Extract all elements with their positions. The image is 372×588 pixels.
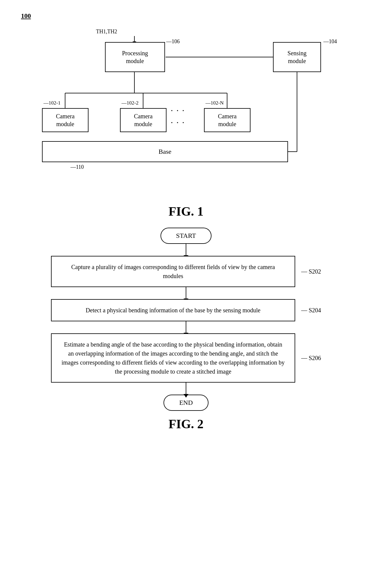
th-label: TH1,TH2 — [96, 29, 117, 35]
fig1-diagram: 100 TH1,TH2 —106 — [18, 12, 354, 198]
label-106: —106 — [166, 38, 180, 45]
step-s206-label: — S206 — [301, 355, 321, 362]
fig1-connectors — [18, 12, 354, 198]
step-s204-text: Detect a physical bending information of… — [86, 307, 261, 314]
step-s202-row: Capture a plurality of images correspond… — [51, 256, 321, 287]
label-104: —104 — [323, 38, 337, 45]
flowchart: START Capture a plurality of images corr… — [18, 228, 354, 411]
step-s206-box: Estimate a bending angle of the base acc… — [51, 333, 295, 383]
label-102-2: —102-2 — [122, 100, 139, 106]
camera-module-1-text: Cameramodule — [56, 112, 74, 128]
camera-ellipsis: . . . — [171, 117, 185, 125]
label-110: —110 — [70, 164, 84, 170]
label-102-1: —102-1 — [44, 100, 61, 106]
step-s202-box: Capture a plurality of images correspond… — [51, 256, 295, 287]
sensing-module-text: Sensingmodule — [287, 49, 306, 65]
camera-label-ellipsis: . . . — [171, 105, 185, 113]
step-s206-text: Estimate a bending angle of the base acc… — [62, 341, 285, 375]
fig2-label: FIG. 2 — [18, 417, 354, 431]
label-102-n: —102-N — [206, 100, 224, 106]
step-s202-text: Capture a plurality of images correspond… — [71, 264, 275, 279]
camera-module-2-box: Cameramodule — [120, 108, 166, 132]
step-s204-box: Detect a physical bending information of… — [51, 299, 295, 321]
arrow-2 — [186, 287, 186, 299]
camera-module-1-box: Cameramodule — [42, 108, 88, 132]
camera-module-2-text: Cameramodule — [134, 112, 152, 128]
camera-module-n-box: Cameramodule — [204, 108, 250, 132]
arrow-1 — [186, 244, 186, 256]
fig2-diagram: START Capture a plurality of images corr… — [18, 228, 354, 431]
arrow-3 — [186, 321, 186, 333]
step-s204-label: — S204 — [301, 307, 321, 314]
camera-module-n-text: Cameramodule — [218, 112, 236, 128]
page: 100 TH1,TH2 —106 — [0, 0, 372, 588]
start-oval: START — [160, 228, 212, 244]
sensing-module-box: Sensingmodule — [273, 42, 321, 72]
step-s206-row: Estimate a bending angle of the base acc… — [51, 333, 321, 383]
fig1-label: FIG. 1 — [18, 204, 354, 219]
base-box: Base — [42, 141, 288, 162]
arrow-4 — [186, 383, 186, 395]
step-s204-row: Detect a physical bending information of… — [51, 299, 321, 321]
base-text: Base — [159, 147, 172, 156]
step-s202-label: — S202 — [301, 268, 321, 275]
processing-module-box: Processingmodule — [105, 42, 165, 72]
processing-module-text: Processingmodule — [122, 49, 148, 65]
diagram-100-label: 100 — [21, 12, 31, 20]
